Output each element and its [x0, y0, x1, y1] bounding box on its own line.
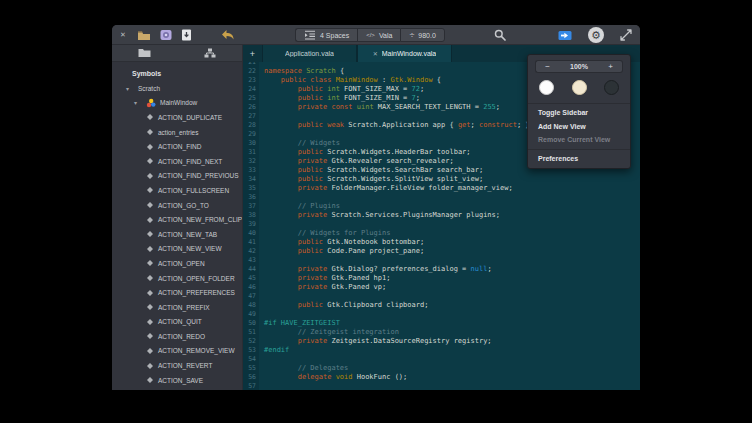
- code-text: private Zeitgeist.DataSourceRegistry reg…: [259, 337, 492, 346]
- sepia-scheme[interactable]: [572, 80, 587, 95]
- field-icon: [146, 128, 154, 136]
- symbol-row[interactable]: ACTION_OPEN_FOLDER: [112, 271, 242, 286]
- tab[interactable]: Application.vala: [262, 45, 357, 62]
- code-text: public Scratch.Widgets.SplitView split_v…: [259, 175, 483, 184]
- language-button[interactable]: </>Vala: [357, 28, 400, 42]
- code-line: 57: [243, 382, 640, 390]
- symbol-row[interactable]: ▾Scratch: [112, 81, 242, 96]
- export-icon[interactable]: [558, 30, 572, 41]
- line-number: 31: [243, 148, 259, 157]
- symbol-row[interactable]: ACTION_FULLSCREEN: [112, 183, 242, 198]
- indentation-button[interactable]: 4 Spaces: [295, 28, 357, 42]
- symbol-row[interactable]: ACTION_REDO: [112, 329, 242, 344]
- symbol-row[interactable]: ACTION_REMOVE_VIEW: [112, 344, 242, 359]
- goto-line-button[interactable]: ÷980.0: [400, 28, 444, 42]
- tab-label: Application.vala: [285, 50, 334, 57]
- field-icon: [146, 216, 154, 224]
- symbol-row[interactable]: ACTION_FIND_PREVIOUS: [112, 169, 242, 184]
- window-close-icon[interactable]: ✕: [120, 25, 126, 45]
- code-line: 45 private Gtk.Paned hp1;: [243, 274, 640, 283]
- save-as-icon[interactable]: [181, 29, 192, 41]
- open-folder-icon[interactable]: [137, 30, 151, 41]
- symbol-row[interactable]: ACTION_OPEN: [112, 256, 242, 271]
- line-number: 27: [243, 112, 259, 121]
- search-icon[interactable]: [494, 29, 506, 41]
- symbol-row[interactable]: action_entries: [112, 125, 242, 140]
- symbol-row[interactable]: ACTION_PREFIX: [112, 300, 242, 315]
- templates-icon[interactable]: [160, 29, 172, 41]
- light-scheme[interactable]: [539, 80, 554, 95]
- zoom-out-button[interactable]: −: [535, 60, 559, 73]
- symbol-row[interactable]: ACTION_NEW_VIEW: [112, 242, 242, 257]
- symbol-row[interactable]: ACTION_FIND_NEXT: [112, 154, 242, 169]
- line-number: 54: [243, 355, 259, 364]
- symbol-row[interactable]: ACTION_SAVE: [112, 373, 242, 388]
- line-number: 49: [243, 310, 259, 319]
- gear-menu: − 100% + Toggle SidebarAdd New ViewRemov…: [527, 54, 631, 169]
- line-number: 25: [243, 94, 259, 103]
- symbol-row[interactable]: ACTION_SAVE_AS: [112, 387, 242, 390]
- code-text: [259, 193, 264, 202]
- files-view-button[interactable]: [112, 45, 177, 61]
- menu-item[interactable]: Add New View: [528, 120, 630, 134]
- symbol-row[interactable]: ACTION_NEW_TAB: [112, 227, 242, 242]
- symbol-label: ACTION_REVERT: [158, 362, 212, 369]
- symbol-label: ACTION_OPEN_FOLDER: [158, 275, 235, 282]
- symbol-row[interactable]: ACTION_NEW_FROM_CLIPBOARD: [112, 212, 242, 227]
- symbol-label: Scratch: [138, 85, 160, 92]
- zoom-level-label: 100%: [559, 60, 599, 73]
- code-line: 55 // Delegates: [243, 364, 640, 373]
- symbol-row[interactable]: ACTION_QUIT: [112, 315, 242, 330]
- menu-item[interactable]: Toggle Sidebar: [528, 106, 630, 120]
- symbols-panel-title: Symbols: [112, 67, 242, 81]
- revert-icon[interactable]: [221, 29, 235, 41]
- code-text: [259, 256, 264, 265]
- symbol-label: ACTION_SAVE: [158, 377, 203, 384]
- line-number: 24: [243, 85, 259, 94]
- symbol-label: ACTION_FULLSCREEN: [158, 187, 229, 194]
- code-text: // Widgets: [259, 139, 340, 148]
- line-number: 40: [243, 229, 259, 238]
- markup-icon: </>: [366, 32, 375, 38]
- symbol-row[interactable]: ACTION_REVERT: [112, 358, 242, 373]
- code-text: private FolderManager.FileView folder_ma…: [259, 184, 513, 193]
- menu-separator: [528, 149, 630, 150]
- expand-icon[interactable]: [620, 29, 632, 41]
- symbols-view-button[interactable]: [177, 45, 242, 61]
- code-line: 40 // Widgets for Plugins: [243, 229, 640, 238]
- line-number: 53: [243, 346, 259, 355]
- code-text: public Code.Pane project_pane;: [259, 247, 424, 256]
- code-text: // Widgets for Plugins: [259, 229, 390, 238]
- tab-close-icon[interactable]: ✕: [373, 50, 378, 57]
- zoom-in-button[interactable]: +: [599, 60, 623, 73]
- symbol-row[interactable]: ACTION_PREFERENCES: [112, 285, 242, 300]
- line-number: 34: [243, 175, 259, 184]
- dark-scheme[interactable]: [604, 80, 619, 95]
- menu-item[interactable]: Preferences: [528, 152, 630, 166]
- line-number: 56: [243, 373, 259, 382]
- line-number: 39: [243, 220, 259, 229]
- symbol-row[interactable]: ▾MainWindow: [112, 96, 242, 111]
- headerbar-right: ⚙: [494, 25, 632, 45]
- expander-icon[interactable]: ▾: [134, 99, 142, 106]
- code-text: public Gtk.Notebook bottombar;: [259, 238, 424, 247]
- symbol-row[interactable]: ACTION_GO_TO: [112, 198, 242, 213]
- code-line: 56 delegate void HookFunc ();: [243, 373, 640, 382]
- new-tab-button[interactable]: +: [243, 45, 262, 62]
- code-text: #endif: [259, 346, 289, 355]
- gear-icon[interactable]: ⚙: [588, 27, 604, 43]
- code-text: // Delegates: [259, 364, 348, 373]
- headerbar: ✕ 4 Spaces</>Vala÷980.0 ⚙: [112, 25, 640, 45]
- color-scheme-row: [528, 78, 630, 101]
- symbol-label: ACTION_PREFIX: [158, 304, 210, 311]
- tab[interactable]: ✕MainWindow.vala: [357, 45, 452, 62]
- headerbar-left: ✕: [120, 25, 235, 45]
- expander-icon[interactable]: ▾: [126, 85, 134, 92]
- code-text: private Gtk.Dialog? preferences_dialog =…: [259, 265, 492, 274]
- symbol-row[interactable]: ACTION_DUPLICATE: [112, 110, 242, 125]
- line-number: 38: [243, 211, 259, 220]
- line-number: 35: [243, 184, 259, 193]
- symbol-row[interactable]: ACTION_FIND: [112, 139, 242, 154]
- code-line: 51 // Zeitgeist integration: [243, 328, 640, 337]
- code-text: private Scratch.Services.PluginsManager …: [259, 211, 500, 220]
